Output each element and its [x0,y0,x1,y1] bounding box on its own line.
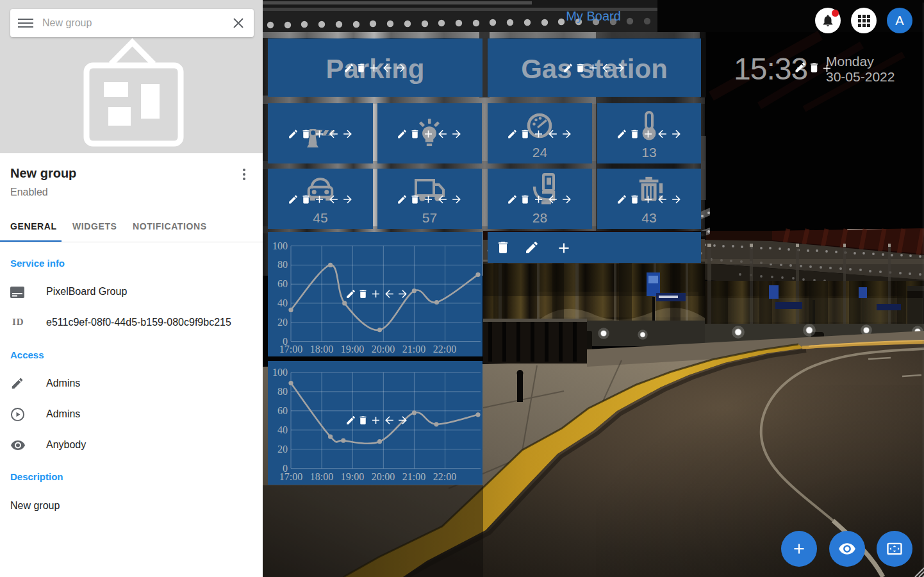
svg-text:21:00: 21:00 [402,344,425,355]
svg-text:19:00: 19:00 [341,344,364,355]
svg-text:80: 80 [277,386,288,397]
svg-text:80: 80 [277,259,288,270]
svg-text:40: 40 [277,424,288,435]
svg-text:17:00: 17:00 [279,344,302,355]
svg-text:100: 100 [272,367,288,378]
svg-text:20:00: 20:00 [372,344,395,355]
svg-text:20: 20 [277,317,288,328]
svg-text:22:00: 22:00 [433,471,456,482]
svg-text:60: 60 [277,405,288,416]
svg-text:18:00: 18:00 [310,471,333,482]
svg-text:19:00: 19:00 [341,471,364,482]
svg-text:20: 20 [277,444,288,455]
svg-text:17:00: 17:00 [279,471,302,482]
svg-text:20:00: 20:00 [372,471,395,482]
svg-text:60: 60 [277,278,288,289]
svg-text:100: 100 [272,240,288,251]
svg-text:40: 40 [277,297,288,308]
svg-text:22:00: 22:00 [433,344,456,355]
svg-text:21:00: 21:00 [402,471,425,482]
svg-text:18:00: 18:00 [310,344,333,355]
